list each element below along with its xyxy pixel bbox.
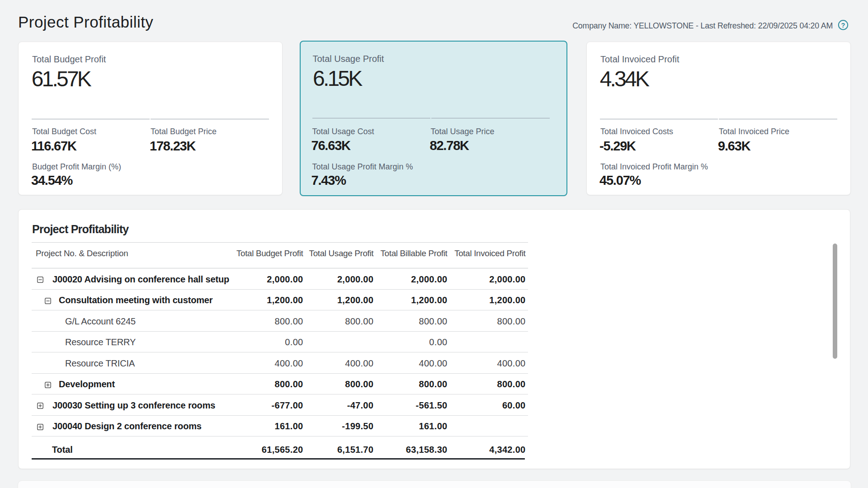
svg-text:?: ? — [841, 22, 845, 29]
